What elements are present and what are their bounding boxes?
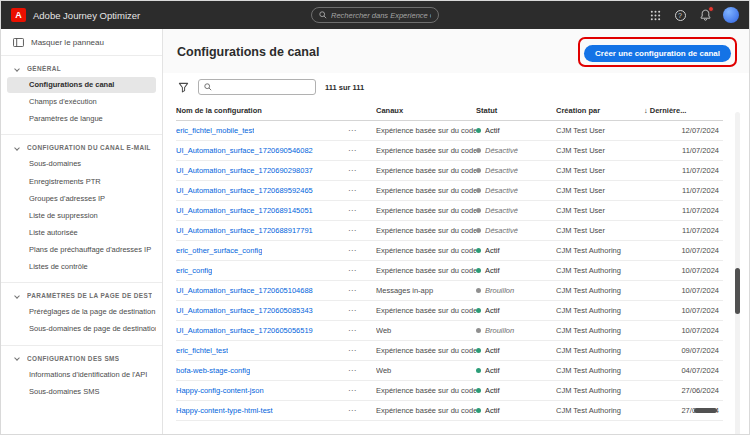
cell-status: Désactivé [476,166,556,175]
left-sidebar: Masquer le panneau GÉNÉRALConfigurations… [1,29,163,435]
status-dot-icon [476,328,481,333]
sidebar-item[interactable]: Informations d'identification de l'API [7,367,156,383]
column-header-last-modified[interactable]: Dernière... [644,106,723,115]
app-window: A Adobe Journey Optimizer [0,0,750,435]
sidebar-item[interactable]: Sous-domaines SMS [7,384,156,400]
filter-icon[interactable] [178,82,189,93]
table-row: UI_Automation_surface_1720605085343Expér… [176,301,723,321]
sidebar-section-header[interactable]: GÉNÉRAL [1,61,162,76]
sidebar-item[interactable]: Listes de contrôle [7,259,156,275]
cell-configuration-name: Happy-content-type-html-test [176,406,376,415]
global-search-input[interactable] [331,11,431,20]
column-header-channels[interactable]: Canaux [376,106,476,115]
status-dot-icon [476,388,481,393]
configuration-name-link[interactable]: Happy-content-type-html-test [176,406,273,415]
cell-status: Actif [476,246,556,255]
configuration-name-link[interactable]: UI_Automation_surface_1720605104688 [176,286,313,295]
sidebar-item[interactable]: Paramètres de langue [7,111,156,127]
configuration-name-link[interactable]: UI_Automation_surface_1720690298037 [176,166,313,175]
table-row: Happy-config-content-jsonExpérience basé… [176,381,723,401]
sidebar-item[interactable]: Préréglages de la page de destination [7,304,156,320]
help-icon[interactable] [673,8,687,22]
cell-status: Actif [476,266,556,275]
avatar[interactable] [723,7,739,23]
status-label: Actif [485,266,500,275]
more-actions-icon[interactable] [348,287,356,295]
column-header-status[interactable]: Statut [476,106,556,115]
more-actions-icon[interactable] [348,307,356,315]
sidebar-item[interactable]: Sous-domaines [7,156,156,172]
more-actions-icon[interactable] [348,227,356,235]
configuration-name-link[interactable]: eric_other_surface_config [176,246,262,255]
status-dot-icon [476,308,481,313]
cell-status: Désactivé [476,146,556,155]
sidebar-item[interactable]: Groupes d'adresses IP [7,191,156,207]
vertical-scrollbar-thumb[interactable] [735,268,740,314]
sidebar-item[interactable]: Champs d'exécution [7,94,156,110]
status-label: Actif [485,306,500,315]
sidebar-item[interactable]: Enregistrements PTR [7,174,156,190]
cell-last-modified-date: 11/07/2024 [644,206,723,215]
column-header-name[interactable]: Nom de la configuration [176,106,376,115]
configuration-name-link[interactable]: UI_Automation_surface_1720605056519 [176,326,313,335]
configuration-name-link[interactable]: UI_Automation_surface_1720689592465 [176,186,313,195]
create-channel-configuration-button[interactable]: Créer une configuration de canal [584,45,731,62]
sidebar-section-header[interactable]: CONFIGURATION DES SMS [1,351,162,366]
cell-configuration-name: UI_Automation_surface_1720689145051 [176,206,376,215]
hide-panel-button[interactable]: Masquer le panneau [1,29,162,55]
configuration-name-link[interactable]: UI_Automation_surface_1720605085343 [176,306,313,315]
cell-channel: Expérience basée sur du code [376,406,476,415]
more-actions-icon[interactable] [348,367,356,375]
global-search[interactable] [311,7,439,23]
more-actions-icon[interactable] [348,347,356,355]
cell-configuration-name: UI_Automation_surface_1720605104688 [176,286,376,295]
table-search-input[interactable] [216,83,310,92]
panel-toggle-icon [13,38,24,47]
app-switcher-icon[interactable] [648,8,662,22]
more-actions-icon[interactable] [348,147,356,155]
status-dot-icon [476,208,481,213]
more-actions-icon[interactable] [348,327,356,335]
sidebar-item[interactable]: Sous-domaines de page de destination [7,321,156,337]
cell-configuration-name: Happy-config-content-json [176,386,376,395]
configuration-name-link[interactable]: UI_Automation_surface_1720688917791 [176,226,313,235]
status-label: Désactivé [485,186,518,195]
cell-last-modified-date: 10/07/2024 [644,286,723,295]
table-search[interactable] [198,79,316,95]
configuration-name-link[interactable]: Happy-config-content-json [176,386,264,395]
cell-channel: Expérience basée sur du code [376,146,476,155]
sidebar-item[interactable]: Liste autorisée [7,225,156,241]
top-bar: A Adobe Journey Optimizer [1,1,749,29]
cell-configuration-name: eric_config [176,266,376,275]
sidebar-section-header[interactable]: PARAMÈTRES DE LA PAGE DE DESTINATION [1,288,162,303]
more-actions-icon[interactable] [348,407,356,415]
notification-badge [708,6,714,12]
sidebar-item[interactable]: Plans de préchauffage d'adresses IP [7,242,156,258]
cell-channel: Expérience basée sur du code [376,126,476,135]
cell-status: Brouillon [476,326,556,335]
sidebar-item[interactable]: Liste de suppression [7,208,156,224]
configuration-name-link[interactable]: eric_fichtel_test [176,346,228,355]
horizontal-scrollbar-thumb[interactable] [694,408,717,413]
notifications-bell-icon[interactable] [698,8,712,22]
cell-configuration-name: UI_Automation_surface_1720605056519 [176,326,376,335]
sidebar-item[interactable]: Configurations de canal [7,77,156,93]
configuration-name-link[interactable]: eric_config [176,266,212,275]
column-header-created-by[interactable]: Création par [556,106,644,115]
sidebar-section-header[interactable]: CONFIGURATION DU CANAL E-MAIL [1,140,162,155]
more-actions-icon[interactable] [348,167,356,175]
sidebar-sections: GÉNÉRALConfigurations de canalChamps d'e… [1,55,162,407]
more-actions-icon[interactable] [348,247,356,255]
configuration-name-link[interactable]: UI_Automation_surface_1720689145051 [176,206,313,215]
configuration-name-link[interactable]: UI_Automation_surface_1720690546082 [176,146,313,155]
more-actions-icon[interactable] [348,267,356,275]
more-actions-icon[interactable] [348,187,356,195]
status-label: Désactivé [485,146,518,155]
configuration-name-link[interactable]: bofa-web-stage-config [176,366,250,375]
search-icon [204,83,212,91]
more-actions-icon[interactable] [348,207,356,215]
configuration-name-link[interactable]: eric_fichtel_mobile_test [176,126,254,135]
more-actions-icon[interactable] [348,387,356,395]
more-actions-icon[interactable] [348,127,356,135]
status-dot-icon [476,368,481,373]
